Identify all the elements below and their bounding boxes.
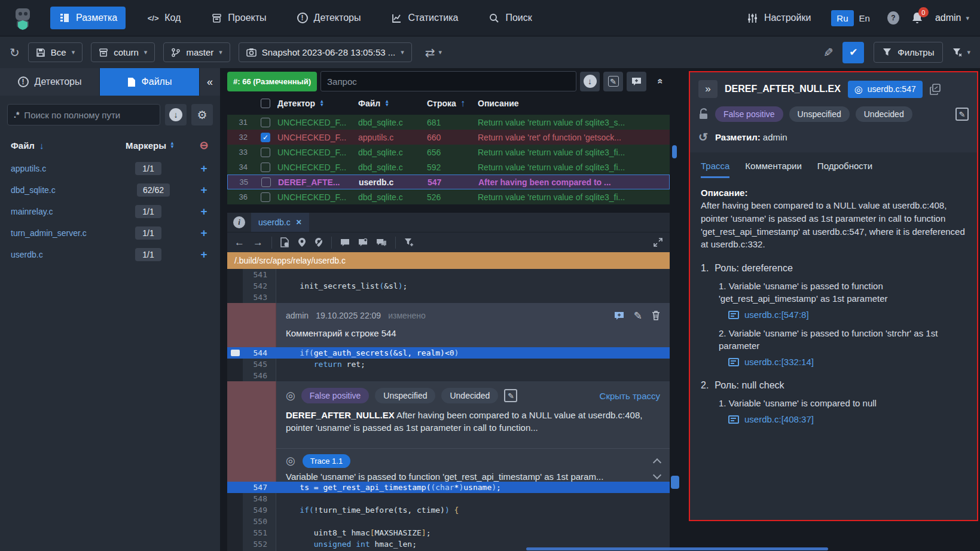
false-positive-pill[interactable]: False positive: [715, 106, 783, 122]
lang-ru-button[interactable]: Ru: [831, 10, 853, 26]
code-line-546[interactable]: 546: [227, 370, 670, 381]
file-row-turn-admin-server[interactable]: turn_admin_server.c 1/1 +: [0, 222, 220, 244]
add-filter-icon[interactable]: +: [196, 226, 212, 240]
step-location-link[interactable]: userdb.c:[332:14]: [728, 356, 966, 368]
branch-dropdown[interactable]: master ▾: [163, 42, 230, 62]
line-number[interactable]: 550: [243, 516, 276, 527]
file-link[interactable]: userdb.c: [11, 250, 135, 259]
regex-icon[interactable]: .*: [14, 110, 19, 120]
file-link[interactable]: dbd_sqlite.c: [11, 185, 137, 195]
code-line-550[interactable]: 550: [227, 516, 670, 527]
row-checkbox[interactable]: [261, 177, 271, 187]
expand-fullscreen-icon[interactable]: [654, 238, 663, 247]
query-input[interactable]: [320, 71, 576, 91]
expand-panel-button[interactable]: »: [698, 80, 718, 98]
project-dropdown[interactable]: coturn ▾: [91, 42, 155, 62]
hide-trace-link[interactable]: Скрыть трассу: [600, 391, 660, 401]
copy-link-icon[interactable]: [930, 84, 941, 95]
row-checkbox[interactable]: [261, 192, 270, 202]
scope-dropdown[interactable]: Все ▾: [28, 42, 83, 62]
code-line-544[interactable]: 544 if(get_auth_secrets(&sl, realm)<0): [227, 347, 670, 359]
sort-by-markers[interactable]: Маркеры ▲▼: [126, 140, 196, 151]
add-filter-icon[interactable]: +: [196, 162, 212, 175]
line-number[interactable]: 549: [243, 504, 276, 516]
issue-row-36[interactable]: 36 UNCHECKED_F... dbd_sqlite.c 526 Retur…: [227, 189, 670, 204]
false-positive-pill[interactable]: False positive: [301, 388, 370, 403]
prev-marker-icon[interactable]: [298, 237, 306, 247]
lock-open-icon[interactable]: [698, 108, 709, 120]
snapshot-dropdown[interactable]: Snapshot 2023-06-28 13:05:53 ... ▾: [239, 42, 412, 62]
issue-row-35-selected[interactable]: 35 DEREF_AFTE... userdb.c 547 After havi…: [227, 175, 670, 189]
tab-trace[interactable]: Трасса: [701, 161, 729, 178]
row-checkbox[interactable]: [261, 163, 270, 172]
comment-marker-toggle-icon[interactable]: [358, 238, 368, 247]
line-number[interactable]: 544: [243, 347, 276, 359]
delete-comment-icon[interactable]: [652, 311, 660, 320]
row-checkbox-checked[interactable]: [261, 133, 270, 142]
compare-dropdown[interactable]: ⇄ ▾: [425, 45, 442, 60]
edit-comment-icon[interactable]: ✎: [634, 310, 642, 322]
add-filter-icon[interactable]: +: [196, 183, 212, 197]
file-marker-icon[interactable]: [280, 237, 289, 247]
code-line-545[interactable]: 545 return ret;: [227, 359, 670, 370]
code-scrollbar-thumb[interactable]: [671, 476, 679, 489]
line-number[interactable]: 543: [243, 292, 276, 303]
funnel-add-icon[interactable]: [404, 238, 414, 247]
row-checkbox[interactable]: [261, 118, 270, 127]
issue-row-31[interactable]: 31 UNCHECKED_F... dbd_sqlite.c 681 Retur…: [227, 115, 670, 130]
code-line-549[interactable]: 549 if(!turn_time_before(ts, ctime)) {: [227, 504, 670, 516]
chevron-up-icon[interactable]: [653, 458, 661, 467]
row-checkbox[interactable]: [261, 148, 270, 157]
download-files-button[interactable]: ↓: [165, 104, 187, 125]
line-number[interactable]: 542: [243, 280, 276, 292]
target-icon[interactable]: ◎: [286, 454, 295, 467]
clear-filters-dropdown[interactable]: ▾: [952, 48, 970, 57]
sidebar-collapse-button[interactable]: «: [200, 68, 220, 96]
marking-pen-icon[interactable]: ✎: [823, 45, 834, 60]
issues-scrollbar-thumb[interactable]: [672, 145, 677, 158]
tab-comments[interactable]: Комментарии: [745, 161, 801, 178]
file-row-apputils[interactable]: apputils.c 1/1 +: [0, 158, 220, 179]
nav-search[interactable]: Поиск: [480, 7, 540, 29]
file-row-userdb[interactable]: userdb.c 1/1 +: [0, 244, 220, 265]
file-link[interactable]: turn_admin_server.c: [11, 228, 135, 238]
tab-files[interactable]: Файлы: [100, 68, 200, 96]
nav-code[interactable]: </> Код: [139, 7, 189, 29]
collapse-query-panel-button[interactable]: »: [650, 72, 670, 91]
code-tab-userdb[interactable]: userdb.c ✕: [251, 213, 309, 232]
target-icon[interactable]: ◎: [286, 389, 295, 402]
line-number[interactable]: 547: [243, 482, 276, 493]
comment-icon[interactable]: [340, 238, 350, 247]
add-filter-icon[interactable]: +: [196, 248, 212, 261]
notifications-button[interactable]: 0: [911, 11, 923, 25]
issue-row-32[interactable]: 32 UNCHECKED_F... apputils.c 660 Return …: [227, 130, 670, 145]
unspecified-pill[interactable]: Unspecified: [789, 106, 850, 122]
back-icon[interactable]: ←: [234, 237, 245, 249]
horizontal-scrollbar-thumb[interactable]: [526, 547, 828, 550]
history-icon[interactable]: ↺: [698, 130, 708, 144]
filters-button[interactable]: Фильтры: [874, 42, 943, 63]
sort-by-line[interactable]: Строка ↑: [427, 98, 478, 109]
line-number[interactable]: 541: [243, 269, 276, 280]
download-issues-button[interactable]: ↓: [580, 72, 600, 91]
chevron-down-icon[interactable]: [653, 471, 661, 479]
close-tab-icon[interactable]: ✕: [296, 218, 302, 226]
line-number[interactable]: 552: [243, 538, 276, 550]
sort-by-detector[interactable]: Детектор ▲▼: [277, 99, 358, 108]
code-line-542[interactable]: 542 init_secrets_list(&sl);: [227, 280, 670, 292]
line-number[interactable]: 548: [243, 493, 276, 504]
user-menu[interactable]: admin ▾: [935, 13, 969, 23]
nav-projects[interactable]: Проекты: [202, 7, 274, 29]
unspecified-pill[interactable]: Unspecified: [375, 388, 435, 403]
file-row-dbd-sqlite[interactable]: dbd_sqlite.c 62/62 +: [0, 179, 220, 201]
add-comment-button[interactable]: [627, 72, 646, 91]
code-line-551[interactable]: 551 uint8_t hmac[MAXSHASIZE];: [227, 527, 670, 538]
undecided-pill[interactable]: Undecided: [441, 388, 498, 403]
next-marker-icon[interactable]: [315, 237, 323, 247]
nav-markup[interactable]: Разметка: [50, 7, 126, 29]
code-line-547[interactable]: 547 ts = get_rest_api_timestamp((char*)u…: [227, 482, 670, 493]
code-line-541[interactable]: 541: [227, 269, 670, 280]
tab-details[interactable]: Подробности: [817, 161, 872, 178]
exclude-filter-icon[interactable]: ⊖: [196, 139, 212, 152]
select-all-checkbox[interactable]: [261, 99, 270, 108]
